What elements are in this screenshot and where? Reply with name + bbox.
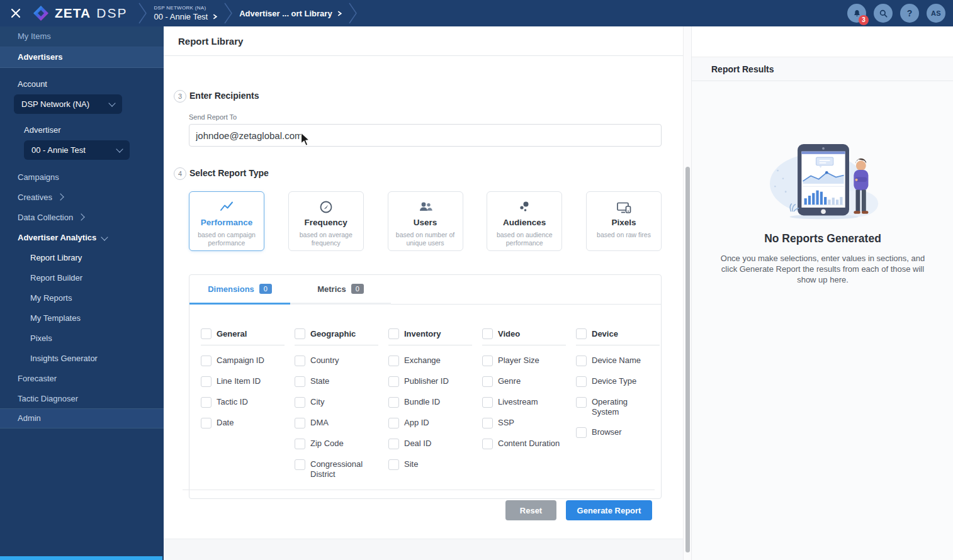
checkbox[interactable]	[201, 328, 211, 339]
dimension-category-label: Inventory	[404, 329, 441, 339]
sidebar-item-label: Advertiser Analytics	[18, 233, 96, 242]
checkbox[interactable]	[576, 356, 587, 366]
dimension-option-browser[interactable]: Browser	[576, 427, 670, 438]
checkbox[interactable]	[576, 376, 587, 387]
dimension-category-geographic[interactable]: Geographic	[295, 328, 388, 339]
sidebar-item-data-collection[interactable]: Data Collection	[0, 207, 164, 227]
sidebar-item-creatives[interactable]: Creatives	[0, 187, 164, 207]
dimension-option-content-duration[interactable]: Content Duration	[482, 439, 576, 449]
sidebar-item-my-templates[interactable]: My Templates	[0, 308, 164, 328]
tab-dimensions[interactable]: Dimensions0	[189, 275, 290, 305]
checkbox[interactable]	[482, 376, 493, 387]
search-button[interactable]	[874, 4, 893, 23]
checkbox[interactable]	[388, 376, 399, 387]
checkbox[interactable]	[388, 356, 399, 366]
dimension-option-exchange[interactable]: Exchange	[388, 356, 482, 366]
dimension-option-device-type[interactable]: Device Type	[576, 376, 670, 387]
checkbox[interactable]	[388, 439, 399, 449]
sidebar-item-admin[interactable]: Admin	[0, 408, 164, 428]
sidebar-item-tactic-diagnoser[interactable]: Tactic Diagnoser	[0, 388, 164, 408]
dimension-option-label: Player Size	[498, 356, 539, 366]
dimension-category-video[interactable]: Video	[482, 328, 576, 339]
report-type-performance[interactable]: Performancebased on campaign performance	[189, 191, 264, 251]
help-button[interactable]: ?	[900, 4, 919, 23]
sidebar-item-label: Tactic Diagnoser	[18, 394, 78, 403]
checkbox[interactable]	[576, 397, 587, 408]
dimension-option-state[interactable]: State	[295, 376, 388, 387]
breadcrumb-item-advertiser-ort-library[interactable]: Advertiser ... ort Library	[239, 9, 342, 18]
checkbox[interactable]	[576, 328, 587, 339]
checkbox[interactable]	[201, 418, 211, 428]
dimension-option-deal-id[interactable]: Deal ID	[388, 439, 482, 449]
dimension-option-ssp[interactable]: SSP	[482, 418, 576, 428]
checkbox[interactable]	[388, 418, 399, 428]
advertiser-select[interactable]: 00 - Annie Test	[24, 140, 130, 160]
dimension-option-publisher-id[interactable]: Publisher ID	[388, 376, 482, 387]
generate-report-button[interactable]: Generate Report	[566, 500, 652, 520]
sidebar-item-advertisers[interactable]: Advertisers	[0, 47, 164, 68]
checkbox[interactable]	[576, 427, 587, 438]
dimension-option-genre[interactable]: Genre	[482, 376, 576, 387]
dimension-option-zip-code[interactable]: Zip Code	[295, 439, 388, 449]
checkbox[interactable]	[388, 459, 399, 470]
checkbox[interactable]	[201, 376, 211, 387]
scrollbar-thumb[interactable]	[685, 167, 690, 552]
close-icon[interactable]	[9, 6, 23, 20]
report-type-users[interactable]: Usersbased on number of unique users	[388, 191, 463, 251]
dimension-option-app-id[interactable]: App ID	[388, 418, 482, 428]
dimension-option-player-size[interactable]: Player Size	[482, 356, 576, 366]
checkbox[interactable]	[295, 397, 305, 408]
zeta-logo[interactable]: ZETA DSP	[33, 5, 127, 21]
sidebar-item-campaigns[interactable]: Campaigns	[0, 167, 164, 187]
dimension-option-campaign-id[interactable]: Campaign ID	[201, 356, 295, 366]
report-type-frequency[interactable]: Frequencybased on average frequency	[288, 191, 364, 251]
dimension-option-congressional-district[interactable]: Congressional District	[295, 459, 388, 479]
checkbox[interactable]	[482, 418, 493, 428]
dimension-option-livestream[interactable]: Livestream	[482, 397, 576, 408]
sidebar-item-report-builder[interactable]: Report Builder	[0, 267, 164, 288]
notifications-button[interactable]: 3	[847, 4, 866, 23]
dimension-option-site[interactable]: Site	[388, 459, 482, 470]
sidebar-item-my-reports[interactable]: My Reports	[0, 288, 164, 308]
sidebar-item-my-items[interactable]: My Items	[0, 26, 164, 47]
report-type-pixels[interactable]: Pixelsbased on raw fires	[586, 191, 662, 251]
report-type-audiences[interactable]: Audiencesbased on audience performance	[487, 191, 562, 251]
dimension-option-city[interactable]: City	[295, 397, 388, 408]
account-select[interactable]: DSP Network (NA)	[14, 94, 122, 114]
checkbox[interactable]	[482, 439, 493, 449]
dimension-option-country[interactable]: Country	[295, 356, 388, 366]
dimension-option-dma[interactable]: DMA	[295, 418, 388, 428]
sidebar-item-forecaster[interactable]: Forecaster	[0, 368, 164, 388]
dimension-option-bundle-id[interactable]: Bundle ID	[388, 397, 482, 408]
checkbox[interactable]	[388, 397, 399, 408]
checkbox[interactable]	[388, 328, 399, 339]
sidebar-item-insights-generator[interactable]: Insights Generator	[0, 348, 164, 368]
checkbox[interactable]	[482, 397, 493, 408]
dimension-option-date[interactable]: Date	[201, 418, 295, 428]
sidebar-item-pixels[interactable]: Pixels	[0, 328, 164, 348]
checkbox[interactable]	[295, 418, 305, 428]
dimension-option-device-name[interactable]: Device Name	[576, 356, 670, 366]
sidebar-item-advertiser-analytics[interactable]: Advertiser Analytics	[0, 227, 164, 247]
checkbox[interactable]	[295, 439, 305, 449]
dimension-option-operating-system[interactable]: Operating System	[576, 397, 670, 417]
reset-button[interactable]: Reset	[505, 500, 556, 520]
dimension-option-line-item-id[interactable]: Line Item ID	[201, 376, 295, 387]
breadcrumb-item-00-annie-test[interactable]: DSP NETWORK (NA)00 - Annie Test	[154, 5, 218, 21]
dimension-option-tactic-id[interactable]: Tactic ID	[201, 397, 295, 408]
send-report-to-input[interactable]	[189, 124, 662, 147]
checkbox[interactable]	[201, 397, 211, 408]
checkbox[interactable]	[482, 356, 493, 366]
sidebar-item-report-library[interactable]: Report Library	[0, 247, 164, 267]
checkbox[interactable]	[295, 356, 305, 366]
dimension-category-device[interactable]: Device	[576, 328, 670, 339]
checkbox[interactable]	[295, 459, 305, 470]
avatar[interactable]: AS	[927, 4, 945, 23]
checkbox[interactable]	[201, 356, 211, 366]
checkbox[interactable]	[482, 328, 493, 339]
tab-metrics[interactable]: Metrics0	[290, 275, 391, 305]
dimension-category-inventory[interactable]: Inventory	[388, 328, 482, 339]
dimension-category-general[interactable]: General	[201, 328, 295, 339]
checkbox[interactable]	[295, 328, 305, 339]
checkbox[interactable]	[295, 376, 305, 387]
